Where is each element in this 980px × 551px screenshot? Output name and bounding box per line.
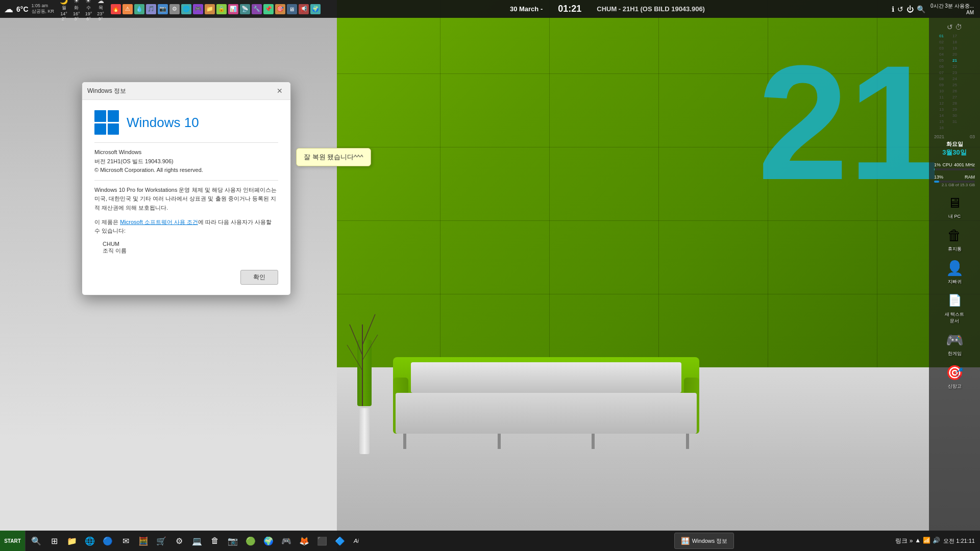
desktop-icon-mypc[interactable]: 🖥 내 PC [937, 193, 972, 220]
desktop-icon-sinmango[interactable]: 🎯 신망고 [937, 363, 972, 390]
tb-mail-icon[interactable]: ✉ [117, 533, 134, 549]
tb-blue-icon[interactable]: 🔷 [332, 533, 348, 549]
forecast-mon-icon: 🌙 [60, 0, 68, 5]
textfile-label: 새 텍스트문서 [945, 311, 965, 324]
tray-icon-15[interactable]: 🎯 [275, 4, 285, 14]
tray-icon-9[interactable]: 📁 [205, 4, 215, 14]
ok-button[interactable]: 확인 [240, 270, 278, 285]
cpu-percent: 1% [934, 162, 941, 167]
tb-green-icon[interactable]: 🟢 [242, 533, 259, 549]
panel-info-btn[interactable]: ⏱ [955, 23, 962, 31]
logo-q2 [108, 110, 119, 122]
panel-refresh-btn[interactable]: ↺ [947, 23, 953, 31]
tb-search-icon[interactable]: 🔍 [28, 533, 44, 549]
tb-file-icon[interactable]: 📁 [64, 533, 80, 549]
forecast-wed: ☀ 수 19° 6° [85, 0, 92, 21]
volume-icon[interactable]: 🔊 [933, 537, 940, 545]
mypc-label: 내 PC [948, 213, 961, 220]
tray-icon-12[interactable]: 📡 [240, 4, 250, 14]
tray-icon-2[interactable]: ⚠ [122, 4, 133, 14]
tray-icon-16[interactable]: 🖥 [287, 4, 297, 14]
start-button[interactable]: START [0, 531, 26, 551]
desktop-icon-trash[interactable]: 🗑 휴지통 [937, 226, 972, 253]
chevron-icon[interactable]: ▲ [915, 537, 921, 545]
top-taskbar: ☁ 6°C 1:05 am 삼공동, KR 🌙 월 14° 2° ☀ 화 16°… [0, 0, 980, 18]
search-icon[interactable]: 🔍 [917, 5, 925, 13]
network-icon[interactable]: 📶 [923, 537, 930, 545]
tray-icon-5[interactable]: 📷 [158, 4, 168, 14]
logo-q4 [108, 123, 119, 135]
top-center-info: 30 March - 01:21 CHUM - 21H1 (OS BILD 19… [323, 4, 892, 14]
desktop-icon-textfile[interactable]: 📄 새 텍스트문서 [937, 291, 972, 324]
tb-trash-icon[interactable]: 🗑 [207, 533, 223, 549]
dialog-body: Windows 10 Microsoft Windows 버전 21H1(OS … [82, 100, 290, 265]
tb-store-icon[interactable]: 🛒 [153, 533, 169, 549]
tb-terminal-icon[interactable]: ⬛ [314, 533, 330, 549]
about-dialog: Windows 정보 ✕ Windows 10 Microsoft Window… [82, 82, 291, 295]
refresh-icon[interactable]: ↺ [897, 5, 903, 13]
tb-camera-icon[interactable]: 📷 [225, 533, 241, 549]
cal-date-kr: 3월30일 [934, 148, 975, 157]
right-panel: ↺ ⏱ 01 02 03 04 05 06 07 08 09 10 11 12 … [929, 18, 980, 531]
forecast-tue-low: 3° [75, 16, 79, 21]
tb-calc-icon[interactable]: 🧮 [135, 533, 152, 549]
ai-button[interactable]: Ai [351, 538, 362, 544]
decorative-number: 21 [757, 41, 939, 204]
windows-logo [94, 110, 119, 135]
desktop-icon-jibbagwi[interactable]: 👤 지빠귀 [937, 259, 972, 285]
tray-icon-17[interactable]: 📢 [299, 4, 309, 14]
taskbar-clock[interactable]: 오전 1:21:11 [943, 537, 975, 545]
windows-title: Windows 10 [127, 115, 199, 131]
tray-icon-1[interactable]: 🔥 [111, 4, 121, 14]
logo-q3 [94, 123, 106, 135]
tray-icon-18[interactable]: 🌍 [310, 4, 321, 14]
tray-icon-14[interactable]: 📌 [263, 4, 274, 14]
active-window-button[interactable]: 🪟 Windows 정보 [674, 533, 734, 549]
dialog-divider-1 [94, 142, 278, 143]
tray-icon-10[interactable]: 🔒 [216, 4, 227, 14]
forecast-thu-day: 목 [99, 5, 103, 11]
trash-label: 휴지통 [948, 246, 962, 253]
svg-line-2 [362, 314, 375, 345]
dialog-user-info: CHUM 조직 이름 [94, 241, 278, 255]
ram-detail: 2.1 GB of 15.3 GB [934, 183, 975, 187]
tray-icon-6[interactable]: ⚙ [169, 4, 180, 14]
license-link[interactable]: Microsoft 소프트웨어 사용 조건 [120, 219, 198, 225]
tray-icon-8[interactable]: 🎮 [193, 4, 203, 14]
info-icon[interactable]: ℹ [892, 5, 894, 13]
forecast-thu-low: 9° [99, 16, 103, 21]
user-name: CHUM [103, 241, 278, 247]
tb-task-icon[interactable]: ⊞ [46, 533, 62, 549]
mypc-icon: 🖥 [945, 193, 964, 212]
numbers-col-2: 17 18 19 20 21 22 23 24 25 26 27 28 29 3… [945, 33, 957, 131]
desktop-icon-hangame[interactable]: 🎮 한게임 [937, 331, 972, 357]
forecast-wed-high: 19° [85, 11, 92, 16]
forecast-mon-low: 2° [62, 16, 66, 21]
numbers-col: 01 02 03 04 05 06 07 08 09 10 11 12 13 1… [932, 33, 944, 131]
cpu-bar-bg [934, 168, 975, 170]
tray-icon-7[interactable]: 🌐 [181, 4, 191, 14]
cpu-bar-fill [934, 168, 935, 170]
tray-icon-3[interactable]: 💧 [134, 4, 144, 14]
forecast-thu-high: 23° [97, 11, 104, 16]
power-icon[interactable]: ⏻ [906, 5, 914, 13]
hangame-label: 한게임 [948, 350, 962, 357]
tb-settings-icon[interactable]: ⚙ [171, 533, 187, 549]
dialog-close-button[interactable]: ✕ [274, 85, 285, 96]
tb-globe-icon[interactable]: 🌍 [260, 533, 277, 549]
tb-chrome-icon[interactable]: 🔵 [100, 533, 116, 549]
weather-icon: ☁ [4, 4, 13, 15]
dialog-license: 이 제품은 Microsoft 소프트웨어 사용 조건에 따라 다음 사용자가 … [94, 218, 278, 236]
tb-game-icon[interactable]: 🎮 [278, 533, 295, 549]
tray-icon-11[interactable]: 📊 [228, 4, 238, 14]
taskbar-icon-tray: 🔍 ⊞ 📁 🌐 🔵 ✉ 🧮 🛒 ⚙ 💻 🗑 📷 🟢 🌍 🎮 🦊 ⬛ 🔷 [26, 533, 351, 549]
ram-label: RAM [965, 174, 975, 180]
forecast-wed-day: 수 [86, 5, 91, 11]
tb-cmd-icon[interactable]: 💻 [189, 533, 205, 549]
tray-icon-4[interactable]: 🎵 [146, 4, 156, 14]
tray-icon-13[interactable]: 🔧 [252, 4, 262, 14]
tb-edge-icon[interactable]: 🌐 [82, 533, 98, 549]
tb-firefox-icon[interactable]: 🦊 [296, 533, 312, 549]
weather-widget[interactable]: ☁ 6°C 1:05 am 삼공동, KR 🌙 월 14° 2° ☀ 화 16°… [0, 0, 108, 21]
tooltip-bubble: 잘 복원 됐습니다^^^ [296, 148, 371, 166]
